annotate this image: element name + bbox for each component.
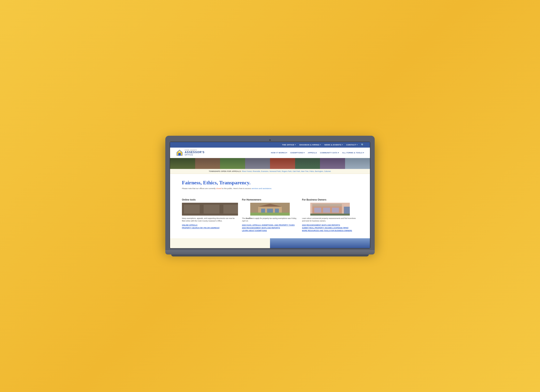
bottom-section bbox=[170, 238, 370, 248]
hero-seg-1 bbox=[170, 158, 195, 169]
card-homeowners: For Homeowners bbox=[242, 198, 298, 232]
svg-rect-22 bbox=[314, 208, 321, 213]
card-title-homeowners: For Homeowners bbox=[242, 198, 298, 201]
nav-contact[interactable]: CONTACT ▾ bbox=[346, 144, 357, 146]
nav-the-office[interactable]: THE OFFICE ▾ bbox=[282, 144, 296, 146]
link-rpie[interactable]: SUBMIT REAL PROPERTY INCOME & EXPENSE (R… bbox=[302, 227, 358, 229]
chevron-down-icon: ▾ bbox=[338, 152, 339, 154]
appeals-label: TOWNSHIPS OPEN FOR APPEALS: bbox=[209, 170, 242, 172]
hero-seg-7 bbox=[320, 158, 345, 169]
services-link[interactable]: services and assistance. bbox=[251, 187, 272, 190]
svg-rect-23 bbox=[323, 208, 330, 213]
card-image-homeowners bbox=[242, 203, 298, 216]
card-title-business: For Business Owners bbox=[302, 198, 358, 201]
hero-image-strip bbox=[170, 158, 370, 169]
logo-main-text: ASSESSOR'S bbox=[185, 151, 205, 154]
bottom-left-panel bbox=[170, 238, 270, 248]
card-image-online-tools bbox=[182, 203, 238, 216]
hero-seg-5 bbox=[270, 158, 295, 169]
laptop-bottom bbox=[171, 255, 369, 256]
hero-seg-6 bbox=[295, 158, 320, 169]
closed-link[interactable]: closed bbox=[216, 187, 221, 190]
hero-seg-4 bbox=[245, 158, 270, 169]
chevron-down-icon: ▾ bbox=[304, 152, 305, 154]
svg-rect-11 bbox=[220, 205, 223, 213]
laptop-container: THE OFFICE ▾ SHAKMAN & HIRING ▾ NEWS & E… bbox=[161, 136, 379, 256]
link-reassessment-maps-biz[interactable]: 2020 REASSESSMENT MAPS AND REPORTS bbox=[302, 224, 358, 226]
search-icon[interactable]: 🔍 bbox=[361, 143, 364, 146]
svg-rect-4 bbox=[190, 203, 206, 216]
link-learn-exemptions[interactable]: LEARN ABOUT EXEMPTIONS bbox=[242, 230, 298, 231]
laptop-screen: THE OFFICE ▾ SHAKMAN & HIRING ▾ NEWS & E… bbox=[170, 142, 370, 249]
hero-text-section: Fairness, Ethics, Transparency. Please n… bbox=[170, 174, 370, 198]
svg-rect-5 bbox=[194, 205, 202, 214]
nav-how-it-works[interactable]: HOW IT WORKS ▾ bbox=[271, 152, 287, 154]
svg-rect-1 bbox=[178, 153, 181, 156]
nav-community-data[interactable]: COMMUNITY DATA ▾ bbox=[320, 152, 339, 154]
card-business: For Business Owners bbox=[302, 198, 358, 232]
main-nav-links: HOW IT WORKS ▾ EXEMPTIONS ▾ APPEALS COMM… bbox=[271, 152, 364, 154]
nav-news-events[interactable]: NEWS & EVENTS ▾ bbox=[325, 144, 343, 146]
link-more-resources-biz[interactable]: MORE RESOURCES AND TOOLS FOR BUSINESS OW… bbox=[302, 230, 358, 231]
link-2020-faqs[interactable]: 2020 FAQS: APPEALS, EXEMPTIONS, AND PROP… bbox=[242, 224, 298, 226]
nav-all-forms[interactable]: ALL FORMS & TOOLS ▾ bbox=[342, 152, 364, 154]
chevron-down-icon: ▾ bbox=[286, 152, 287, 154]
laptop-frame: THE OFFICE ▾ SHAKMAN & HIRING ▾ NEWS & E… bbox=[165, 136, 375, 250]
cards-row: Online tools bbox=[170, 198, 370, 238]
logo: COOK COUNTY ASSESSOR'S OFFICE bbox=[176, 149, 205, 156]
svg-rect-3 bbox=[190, 203, 230, 216]
bottom-right-panel bbox=[270, 238, 370, 248]
hero-subtext: Please note that our offices are current… bbox=[182, 187, 358, 190]
svg-point-7 bbox=[206, 205, 210, 208]
chevron-down-icon: ▾ bbox=[295, 144, 296, 146]
hero-seg-2 bbox=[195, 158, 220, 169]
hero-seg-8 bbox=[345, 158, 370, 169]
svg-rect-21 bbox=[312, 204, 342, 207]
camera-dot bbox=[269, 139, 271, 141]
svg-rect-10 bbox=[216, 207, 219, 213]
card-body-business: Learn about commercial property reassess… bbox=[302, 217, 358, 222]
main-nav: COOK COUNTY ASSESSOR'S OFFICE HOW IT WOR… bbox=[170, 148, 370, 158]
appeals-townships-link[interactable]: River Forest, Riverside, Evanston, Norwo… bbox=[242, 170, 331, 172]
card-body-online-tools: Many exemptions, appeals, and supporting… bbox=[182, 217, 238, 222]
svg-rect-6 bbox=[195, 204, 201, 205]
logo-text-area: COOK COUNTY ASSESSOR'S OFFICE bbox=[185, 149, 205, 156]
chevron-down-icon: ▾ bbox=[363, 152, 364, 154]
svg-rect-9 bbox=[212, 206, 215, 213]
card-online-tools: Online tools bbox=[182, 198, 238, 232]
chevron-down-icon: ▾ bbox=[320, 144, 321, 146]
logo-icon bbox=[176, 149, 183, 156]
nav-shakman[interactable]: SHAKMAN & HIRING ▾ bbox=[299, 144, 321, 146]
laptop-base bbox=[165, 250, 375, 255]
link-reassessment-maps-home[interactable]: 2020 REASSESSMENT MAPS AND REPORTS bbox=[242, 227, 298, 229]
chevron-down-icon: ▾ bbox=[357, 144, 358, 146]
chevron-down-icon: ▾ bbox=[342, 144, 343, 146]
card-title-online-tools: Online tools bbox=[182, 198, 238, 201]
card-image-business bbox=[302, 203, 358, 216]
hero-banner-images bbox=[170, 158, 370, 169]
logo-office-text: OFFICE bbox=[185, 154, 205, 156]
top-nav: THE OFFICE ▾ SHAKMAN & HIRING ▾ NEWS & E… bbox=[170, 142, 370, 148]
website: THE OFFICE ▾ SHAKMAN & HIRING ▾ NEWS & E… bbox=[170, 142, 370, 248]
link-property-search[interactable]: PROPERTY SEARCH (BY PIN OR ADDRESS) bbox=[182, 227, 238, 229]
nav-appeals[interactable]: APPEALS bbox=[308, 152, 317, 154]
svg-rect-24 bbox=[332, 208, 339, 213]
hero-seg-3 bbox=[220, 158, 245, 169]
svg-rect-18 bbox=[250, 213, 290, 216]
hero-headline: Fairness, Ethics, Transparency. bbox=[182, 180, 358, 186]
svg-rect-2 bbox=[179, 151, 180, 152]
appeals-banner: TOWNSHIPS OPEN FOR APPEALS: River Forest… bbox=[170, 169, 370, 174]
nav-exemptions[interactable]: EXEMPTIONS ▾ bbox=[290, 152, 305, 154]
card-body-homeowners: The deadline to apply for property tax-s… bbox=[242, 217, 298, 222]
svg-rect-8 bbox=[210, 203, 230, 216]
svg-rect-26 bbox=[310, 214, 350, 216]
link-online-appeals[interactable]: ONLINE APPEALS bbox=[182, 224, 238, 226]
